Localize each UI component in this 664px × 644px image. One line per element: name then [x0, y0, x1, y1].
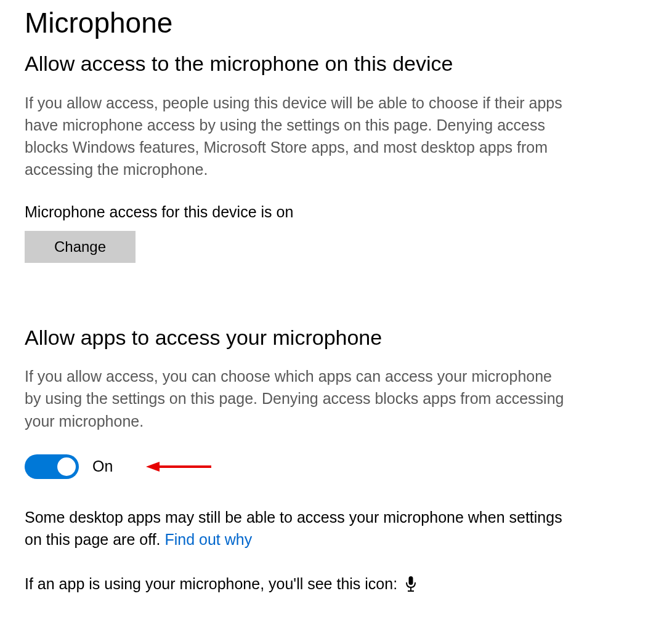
toggle-knob	[57, 457, 76, 476]
arrow-annotation	[145, 458, 213, 475]
desktop-note-text: Some desktop apps may still be able to a…	[25, 509, 562, 548]
app-access-description: If you allow access, you can choose whic…	[25, 365, 567, 432]
toggle-state-label: On	[92, 457, 113, 475]
section-heading-device-access: Allow access to the microphone on this d…	[25, 50, 639, 77]
device-access-status: Microphone access for this device is on	[25, 203, 639, 221]
app-access-toggle-row: On	[25, 454, 639, 479]
section-heading-app-access: Allow apps to access your microphone	[25, 324, 639, 351]
app-access-toggle[interactable]	[25, 454, 79, 479]
page-title: Microphone	[25, 6, 639, 39]
desktop-apps-note: Some desktop apps may still be able to a…	[25, 506, 567, 551]
mic-in-use-note: If an app is using your microphone, you'…	[25, 575, 639, 593]
find-out-why-link[interactable]: Find out why	[164, 531, 252, 548]
svg-rect-2	[409, 576, 413, 585]
device-access-description: If you allow access, people using this d…	[25, 92, 567, 181]
change-button[interactable]: Change	[25, 231, 136, 263]
mic-in-use-text: If an app is using your microphone, you'…	[25, 575, 397, 593]
microphone-icon	[405, 576, 417, 593]
svg-marker-1	[146, 462, 160, 472]
